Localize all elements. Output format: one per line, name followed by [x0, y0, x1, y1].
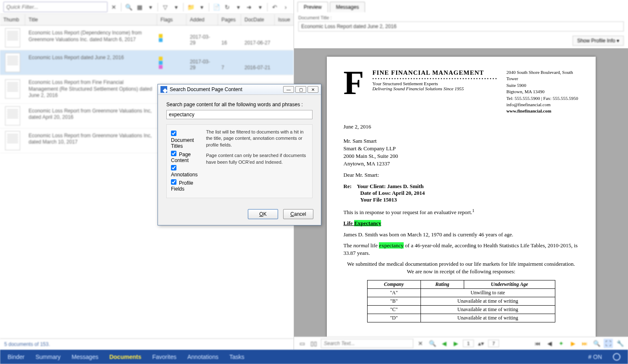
nav-favorites[interactable]: Favorites [152, 354, 176, 360]
hint-text-2: Page content can only be searched if doc… [206, 152, 308, 165]
doc-title: Economic Loss Report dated June 2, 2016 [25, 53, 157, 72]
zoom-icon[interactable]: 🔍 [592, 339, 601, 348]
next-page-icon[interactable]: ▶ [568, 339, 578, 348]
search-term-input[interactable] [166, 110, 313, 119]
last-page-icon[interactable]: ⏭ [580, 339, 589, 348]
doc-title: Economic Loss Report from Fine Financial… [25, 78, 157, 101]
col-title[interactable]: Title [25, 14, 157, 25]
cancel-button[interactable]: Cancel [283, 209, 313, 219]
doc-title: Economic Loss Report from Greenmore Valu… [25, 106, 157, 126]
chk-document-titles[interactable]: Document Titles [171, 131, 197, 149]
doc-title-input[interactable] [298, 21, 624, 31]
search-highlight: expectancy [379, 242, 403, 249]
clear-filter-icon[interactable]: ✕ [109, 3, 118, 12]
doc-title-label: Document Title : [298, 15, 331, 20]
maximize-icon[interactable]: ▢ [295, 86, 306, 93]
thumbnail-icon [5, 28, 20, 47]
prev-page-icon[interactable]: ◀ [545, 339, 554, 348]
ok-button[interactable]: OK [248, 209, 278, 219]
gear-icon[interactable] [613, 353, 620, 361]
chk-profile-fields[interactable]: Profile Fields [171, 179, 197, 192]
left-toolbar: ✕ 🔍 ▦ ▾ ▽ ▾ 📁 ▾ 📄 ↻ ▾ ➜ ▾ ↶ › [0, 0, 294, 14]
nav-tasks[interactable]: Tasks [229, 354, 244, 360]
tab-preview[interactable]: Preview [297, 2, 328, 12]
app-icon [160, 86, 167, 93]
thumbnail-icon [5, 53, 20, 72]
thumbnail-icon [5, 79, 20, 99]
page-number-input[interactable] [463, 340, 474, 347]
chk-annotations[interactable]: Annotations [171, 165, 197, 178]
dropdown-icon[interactable]: ▾ [234, 3, 243, 12]
columns-icon[interactable]: ▦ [135, 3, 144, 12]
thumbnail-icon [5, 131, 20, 150]
search-highlight: Expectancy [354, 220, 381, 226]
status-doc-count: 5 documents of 153. [0, 338, 294, 350]
page-total [488, 340, 499, 347]
doc-row[interactable]: Economic Loss Report dated June 2, 2016 … [0, 50, 294, 75]
response-table: CompanyRatingUnderwriting Age "A"Unwilli… [367, 280, 555, 322]
dropdown-icon[interactable]: ▾ [255, 3, 265, 12]
page-icon[interactable]: 📄 [212, 3, 221, 12]
close-icon[interactable]: ✕ [307, 86, 318, 93]
preview-page: F FINE FINANCIAL MANAGEMENT ••••••••••••… [327, 57, 596, 337]
col-thumb[interactable]: Thumb [0, 14, 25, 25]
minimize-icon[interactable]: — [283, 86, 294, 93]
refresh-icon[interactable]: ↻ [223, 3, 232, 12]
tab-messages[interactable]: Messages [330, 2, 365, 12]
preview-toolbar: ▭ ▯▯ ✕ 🔍 ◀ ▶ ▴▾ ⏮ ◀ ✦ ▶ ⏭ 🔍 ⛶ 🔧 [294, 337, 628, 350]
right-tabs: Preview Messages [294, 0, 628, 12]
bottom-nav: Binder Summary Messages Documents Favori… [0, 350, 628, 364]
single-page-icon[interactable]: ▭ [297, 339, 307, 348]
quick-filter-input[interactable] [3, 2, 108, 12]
prev-hit-icon[interactable]: ◀ [439, 339, 449, 348]
company-name: FINE FINANCIAL MANAGEMENT [372, 69, 498, 76]
search-text-input[interactable] [321, 339, 413, 348]
nav-messages[interactable]: Messages [71, 354, 98, 360]
company-logo: F [344, 69, 364, 115]
dialog-prompt: Search page content for all the followin… [166, 102, 313, 107]
doc-row[interactable]: Economic Loss Report (Dependency Income)… [0, 26, 294, 50]
bookmark-icon[interactable]: ✦ [557, 339, 566, 348]
dropdown-icon[interactable]: ▾ [146, 3, 155, 12]
hint-text-1: The list will be filtered to documents w… [206, 129, 308, 148]
clear-search-icon[interactable]: ✕ [416, 339, 425, 348]
dropdown-icon[interactable]: ▾ [171, 3, 181, 12]
thumbnail-icon [5, 106, 20, 126]
dialog-title-text: Search Document Page Content [170, 86, 242, 92]
document-preview[interactable]: F FINE FINANCIAL MANAGEMENT ••••••••••••… [294, 48, 628, 337]
dropdown-icon[interactable]: ▾ [197, 3, 206, 12]
col-added[interactable]: Added [187, 14, 218, 25]
fit-page-icon[interactable]: ⛶ [604, 339, 613, 348]
nav-binder[interactable]: Binder [8, 354, 24, 360]
page-spinner-icon[interactable]: ▴▾ [476, 339, 486, 348]
next-icon[interactable]: › [281, 3, 290, 12]
two-page-icon[interactable]: ▯▯ [309, 339, 318, 348]
nav-summary[interactable]: Summary [35, 354, 60, 360]
filter-icon[interactable]: ▽ [160, 3, 170, 12]
export-icon[interactable]: ➜ [244, 3, 254, 12]
undo-icon[interactable]: ↶ [270, 3, 279, 12]
binoculars-icon[interactable]: 🔍 [124, 3, 133, 12]
tools-icon[interactable]: 🔧 [615, 339, 625, 348]
search-dialog: Search Document Page Content — ▢ ✕ Searc… [158, 84, 321, 225]
folder-icon[interactable]: 📁 [186, 3, 195, 12]
col-pages[interactable]: Pages [218, 14, 241, 25]
next-hit-icon[interactable]: ▶ [451, 339, 460, 348]
first-page-icon[interactable]: ⏮ [533, 339, 542, 348]
nav-documents[interactable]: Documents [109, 354, 141, 360]
col-docdate[interactable]: DocDate [241, 14, 275, 25]
chk-page-content[interactable]: Page Content [171, 151, 197, 163]
doc-title: Economic Loss Report (Dependency Income)… [25, 28, 157, 47]
doc-title: Economic Loss Report from Greenmore Valu… [25, 131, 157, 150]
status-indicator: # ON [588, 354, 602, 360]
dialog-titlebar[interactable]: Search Document Page Content — ▢ ✕ [158, 84, 321, 95]
show-profile-button[interactable]: Show Profile Info ▾ [573, 36, 624, 46]
find-icon[interactable]: 🔍 [428, 339, 437, 348]
nav-annotations[interactable]: Annotations [187, 354, 218, 360]
col-flags[interactable]: Flags [157, 14, 187, 25]
doc-list-header: Thumb Title Flags Added Pages DocDate Is… [0, 14, 294, 26]
col-issue[interactable]: Issue [275, 14, 294, 25]
